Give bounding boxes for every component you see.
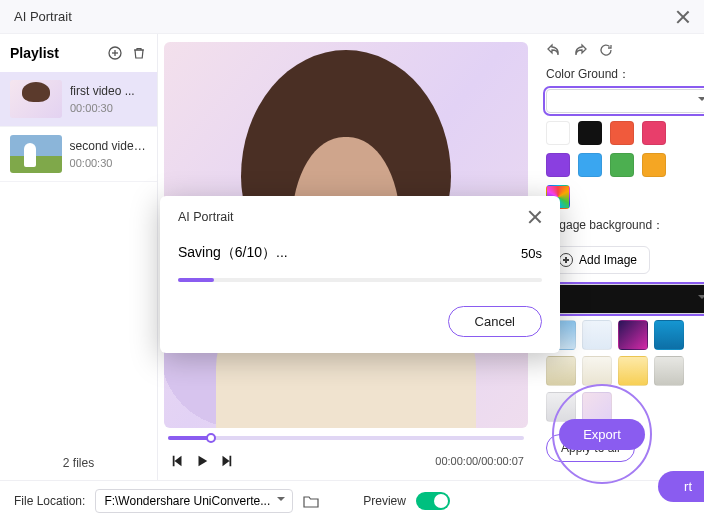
- next-button[interactable]: [216, 451, 236, 471]
- swatch[interactable]: [642, 121, 666, 145]
- saving-status: Saving（6/10）...: [178, 244, 288, 262]
- refresh-icon[interactable]: [598, 42, 614, 58]
- playlist-item-name: second video...: [70, 139, 147, 153]
- bg-thumb[interactable]: [654, 356, 684, 386]
- image-bg-label: Imgage background：: [546, 217, 690, 234]
- dialog-title: AI Portrait: [178, 210, 528, 224]
- bg-thumb[interactable]: [654, 320, 684, 350]
- color-ground-label: Color Ground：: [546, 66, 690, 83]
- add-image-label: Add Image: [579, 253, 637, 267]
- bg-thumb[interactable]: [582, 320, 612, 350]
- saving-dialog: AI Portrait Saving（6/10）... 50s Cancel: [160, 196, 560, 353]
- file-location-select[interactable]: F:\Wondershare UniConverte...: [95, 489, 293, 513]
- trash-icon[interactable]: [131, 45, 147, 61]
- playlist-item-name: first video ...: [70, 84, 135, 98]
- folder-icon[interactable]: [303, 494, 319, 508]
- bg-thumb[interactable]: [618, 356, 648, 386]
- saving-eta: 50s: [521, 246, 542, 261]
- bg-thumb[interactable]: [582, 356, 612, 386]
- swatch[interactable]: [578, 153, 602, 177]
- bg-thumb[interactable]: [618, 320, 648, 350]
- redo-icon[interactable]: [572, 42, 588, 58]
- bg-thumb[interactable]: [546, 356, 576, 386]
- thumbnail: [10, 80, 62, 118]
- window-title: AI Portrait: [14, 9, 676, 24]
- swatch[interactable]: [546, 153, 570, 177]
- swatch[interactable]: [610, 153, 634, 177]
- preview-label: Preview: [363, 494, 406, 508]
- plus-icon: [559, 253, 573, 267]
- add-image-button[interactable]: Add Image: [546, 246, 650, 274]
- color-swatches: [546, 89, 690, 209]
- playlist-item[interactable]: second video... 00:00:30: [0, 127, 157, 182]
- thumbnail: [10, 135, 62, 173]
- playlist-item[interactable]: first video ... 00:00:30: [0, 72, 157, 127]
- saving-progress: [178, 278, 542, 282]
- file-location-label: File Location:: [14, 494, 85, 508]
- preview-toggle[interactable]: [416, 492, 450, 510]
- scrub-bar[interactable]: [168, 436, 524, 440]
- bg-thumb[interactable]: [546, 284, 704, 314]
- undo-icon[interactable]: [546, 42, 562, 58]
- add-playlist-icon[interactable]: [107, 45, 123, 61]
- export-button[interactable]: Export: [559, 419, 645, 450]
- secondary-export-button[interactable]: rt: [658, 471, 704, 502]
- swatch[interactable]: [642, 153, 666, 177]
- play-button[interactable]: [192, 451, 212, 471]
- swatch[interactable]: [610, 121, 634, 145]
- time-display: 00:00:00/00:00:07: [435, 455, 524, 467]
- dialog-close-icon[interactable]: [528, 210, 542, 224]
- playlist-label: Playlist: [10, 45, 99, 61]
- file-count: 2 files: [0, 448, 157, 480]
- cancel-button[interactable]: Cancel: [448, 306, 542, 337]
- swatch[interactable]: [578, 121, 602, 145]
- playlist-item-duration: 00:00:30: [70, 102, 135, 114]
- prev-button[interactable]: [168, 451, 188, 471]
- swatch[interactable]: [546, 121, 570, 145]
- close-icon[interactable]: [676, 10, 690, 24]
- swatch[interactable]: [546, 89, 704, 113]
- playlist-item-duration: 00:00:30: [70, 157, 147, 169]
- export-highlight: Export: [552, 384, 652, 484]
